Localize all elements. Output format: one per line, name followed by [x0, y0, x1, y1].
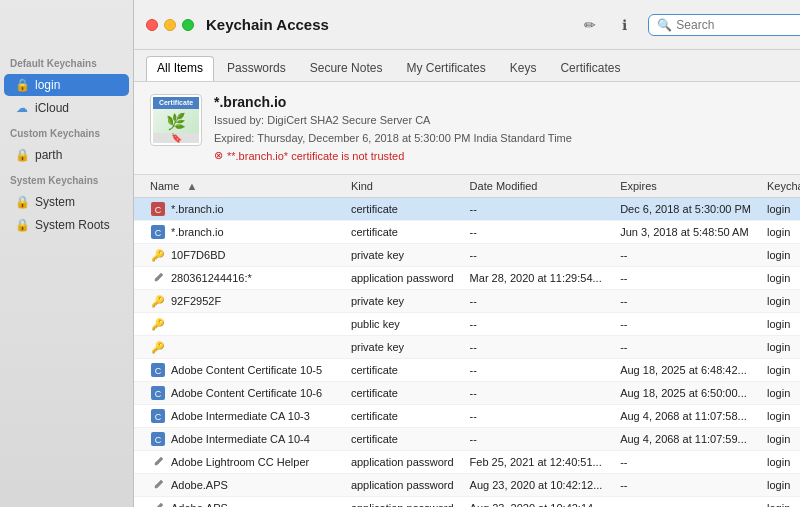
col-header-kind[interactable]: Kind	[343, 175, 462, 198]
cell-expires: --	[612, 336, 759, 359]
cell-expires: Aug 18, 2025 at 6:48:42...	[612, 359, 759, 382]
cell-keychain: login	[759, 336, 800, 359]
row-name-text: 10F7D6BD	[171, 249, 225, 261]
main-content: Keychain Access ✏ ℹ 🔍 All Items Password…	[134, 0, 800, 507]
sidebar-item-system-label: System	[35, 195, 75, 209]
cell-expires: --	[612, 313, 759, 336]
row-name-text: Adobe Intermediate CA 10-4	[171, 433, 310, 445]
cell-name: 🔑10F7D6BD	[134, 244, 343, 266]
sidebar-section-custom: Custom Keychains 🔒 parth	[0, 120, 133, 166]
cell-keychain: login	[759, 198, 800, 221]
sidebar-item-parth[interactable]: 🔒 parth	[4, 144, 129, 166]
table-row[interactable]: CAdobe Intermediate CA 10-3certificate--…	[134, 405, 800, 428]
row-name-text: *.branch.io	[171, 203, 224, 215]
col-header-expires[interactable]: Expires	[612, 175, 759, 198]
keychain-table[interactable]: Name ▲ Kind Date Modified Expires Keycha…	[134, 175, 800, 507]
row-name-text: Adobe Intermediate CA 10-3	[171, 410, 310, 422]
cell-name: 280361244416:*	[134, 267, 343, 289]
cell-name: Adobe.APS	[134, 497, 343, 507]
col-header-date[interactable]: Date Modified	[462, 175, 613, 198]
col-header-name[interactable]: Name ▲	[134, 175, 343, 198]
svg-text:C: C	[155, 366, 162, 376]
app-pwd-icon	[150, 270, 166, 286]
sidebar-item-system-roots-label: System Roots	[35, 218, 110, 232]
table-row[interactable]: CAdobe Content Certificate 10-5certifica…	[134, 359, 800, 382]
cert-blue-icon: C	[150, 224, 166, 240]
table-row[interactable]: 🔑10F7D6BDprivate key----login	[134, 244, 800, 267]
app-pwd-icon	[150, 477, 166, 493]
sidebar-item-icloud-label: iCloud	[35, 101, 69, 115]
cert-red-icon: C	[150, 201, 166, 217]
search-box[interactable]: 🔍	[648, 14, 800, 36]
cell-date-modified: --	[462, 359, 613, 382]
cell-name: CAdobe Content Certificate 10-5	[134, 359, 343, 381]
table-row[interactable]: 🔑private key----login	[134, 336, 800, 359]
page-title: Keychain Access	[206, 16, 578, 33]
titlebar-icons: ✏ ℹ	[578, 13, 636, 37]
cell-keychain: login	[759, 405, 800, 428]
info-icon[interactable]: ℹ	[612, 13, 636, 37]
svg-text:C: C	[155, 389, 162, 399]
svg-text:C: C	[155, 205, 162, 215]
table-row[interactable]: C*.branch.iocertificate--Jun 3, 2018 at …	[134, 221, 800, 244]
cell-kind: certificate	[343, 221, 462, 244]
table-row[interactable]: Adobe Lightroom CC Helperapplication pas…	[134, 451, 800, 474]
edit-icon[interactable]: ✏	[578, 13, 602, 37]
sidebar-item-system-roots[interactable]: 🔒 System Roots	[4, 214, 129, 236]
table-row[interactable]: CAdobe Content Certificate 10-6certifica…	[134, 382, 800, 405]
tab-secure-notes[interactable]: Secure Notes	[299, 56, 394, 81]
cell-expires: Aug 4, 2068 at 11:07:58...	[612, 405, 759, 428]
sidebar-section-system: System Keychains 🔒 System 🔒 System Roots	[0, 167, 133, 236]
cell-kind: certificate	[343, 382, 462, 405]
cell-name: 🔑92F2952F	[134, 290, 343, 312]
cell-expires: --	[612, 267, 759, 290]
table-header-row: Name ▲ Kind Date Modified Expires Keycha…	[134, 175, 800, 198]
cert-title: *.branch.io	[214, 94, 572, 110]
lock-icon-system-roots: 🔒	[14, 217, 30, 233]
cell-expires: --	[612, 290, 759, 313]
sidebar: Default Keychains 🔒 login ☁ iCloud Custo…	[0, 0, 134, 507]
cell-kind: certificate	[343, 405, 462, 428]
minimize-button[interactable]	[164, 19, 176, 31]
cert-thumbnail: Certificate 🌿 🔖	[150, 94, 202, 146]
maximize-button[interactable]	[182, 19, 194, 31]
cell-date-modified: --	[462, 336, 613, 359]
tab-certificates[interactable]: Certificates	[549, 56, 631, 81]
table-row[interactable]: C*.branch.iocertificate--Dec 6, 2018 at …	[134, 198, 800, 221]
sidebar-section-label-default: Default Keychains	[0, 50, 133, 73]
table-row[interactable]: CAdobe Intermediate CA 10-4certificate--…	[134, 428, 800, 451]
cert-blue-icon: C	[150, 431, 166, 447]
tab-passwords[interactable]: Passwords	[216, 56, 297, 81]
cell-kind: application password	[343, 451, 462, 474]
cell-kind: application password	[343, 267, 462, 290]
table-row[interactable]: Adobe.APSapplication passwordAug 23, 202…	[134, 474, 800, 497]
cloud-icon: ☁	[14, 100, 30, 116]
table-row[interactable]: 🔑public key----login	[134, 313, 800, 336]
col-header-keychain[interactable]: Keychain	[759, 175, 800, 198]
search-icon: 🔍	[657, 18, 672, 32]
cert-icon-body: 🌿	[153, 109, 199, 133]
sidebar-item-login-label: login	[35, 78, 60, 92]
cell-date-modified: --	[462, 221, 613, 244]
cell-expires: --	[612, 451, 759, 474]
table-row[interactable]: 280361244416:*application passwordMar 28…	[134, 267, 800, 290]
tab-all-items[interactable]: All Items	[146, 56, 214, 81]
table-row[interactable]: 🔑92F2952Fprivate key----login	[134, 290, 800, 313]
tab-keys[interactable]: Keys	[499, 56, 548, 81]
tab-my-certificates[interactable]: My Certificates	[395, 56, 496, 81]
cell-date-modified: Aug 23, 2020 at 10:42:14...	[462, 497, 613, 507]
svg-text:C: C	[155, 435, 162, 445]
cell-keychain: login	[759, 382, 800, 405]
cell-keychain: login	[759, 290, 800, 313]
cell-keychain: login	[759, 244, 800, 267]
cell-expires: --	[612, 497, 759, 507]
cert-info-text: *.branch.io Issued by: DigiCert SHA2 Sec…	[214, 94, 572, 162]
close-button[interactable]	[146, 19, 158, 31]
cell-expires: Jun 3, 2018 at 5:48:50 AM	[612, 221, 759, 244]
cell-expires: Aug 18, 2025 at 6:50:00...	[612, 382, 759, 405]
sidebar-item-system[interactable]: 🔒 System	[4, 191, 129, 213]
table-row[interactable]: Adobe.APSapplication passwordAug 23, 202…	[134, 497, 800, 507]
sidebar-item-login[interactable]: 🔒 login	[4, 74, 129, 96]
sidebar-item-icloud[interactable]: ☁ iCloud	[4, 97, 129, 119]
search-input[interactable]	[676, 18, 796, 32]
